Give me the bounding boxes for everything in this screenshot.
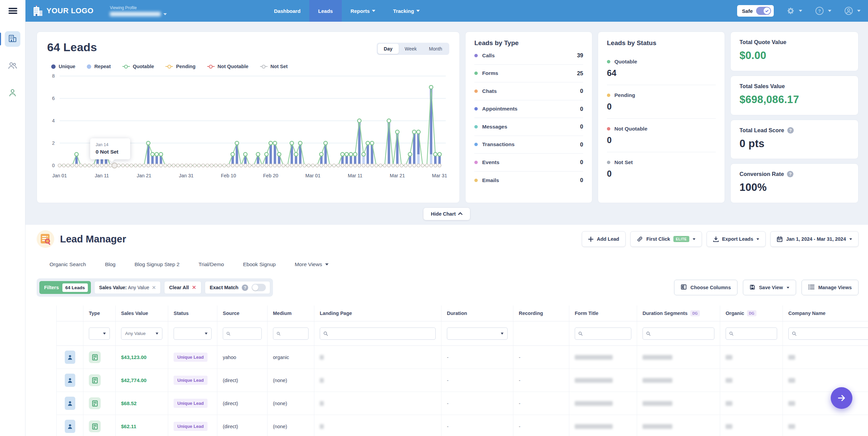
range-tab-week[interactable]: Week — [399, 44, 423, 54]
filter-search-medium[interactable] — [273, 328, 309, 340]
view-tab[interactable]: Organic Search — [50, 261, 86, 267]
legend-item[interactable]: Not Quotable — [207, 64, 249, 69]
hide-chart-button[interactable]: Hide Chart — [423, 208, 470, 220]
leads-by-type-row[interactable]: Events 0 — [474, 154, 583, 172]
column-header-type[interactable]: Type — [83, 305, 116, 321]
open-lead-button[interactable] — [65, 397, 75, 410]
leads-by-type-row[interactable]: Appointments 0 — [474, 100, 583, 118]
column-header-recording[interactable]: Recording — [513, 305, 569, 321]
help-icon[interactable]: ? — [787, 127, 794, 134]
filter-input-organic[interactable] — [736, 331, 773, 336]
manage-views-button[interactable]: Manage Views — [802, 280, 859, 295]
exact-match-help-icon[interactable]: ? — [242, 284, 248, 291]
choose-columns-button[interactable]: Choose Columns — [674, 280, 737, 295]
sidebar-item-user[interactable] — [5, 85, 20, 101]
clear-all-button[interactable]: Clear All ✕ — [164, 281, 201, 294]
logo[interactable]: YOUR LOGO — [33, 5, 94, 17]
nav-reports[interactable]: Reports — [342, 0, 384, 22]
range-tab-month[interactable]: Month — [423, 44, 448, 54]
hamburger-menu-button[interactable] — [0, 0, 25, 22]
column-header-status[interactable]: Status — [168, 305, 217, 321]
legend-item[interactable]: Quotable — [122, 64, 154, 69]
sidebar-item-building[interactable] — [5, 31, 20, 47]
save-view-button[interactable]: Save View — [743, 280, 796, 295]
filter-search-company_name[interactable] — [788, 328, 868, 340]
table-row[interactable]: $62.11Unique Lead(direct)(none)-- — [56, 415, 868, 436]
settings-menu[interactable] — [787, 7, 802, 15]
column-header-company_name[interactable]: Company Name — [783, 305, 868, 321]
leads-by-status-item[interactable]: Not Set 0 — [607, 152, 716, 185]
column-header-duration[interactable]: Duration — [441, 305, 513, 321]
first-click-button[interactable]: First Click ELITE — [630, 231, 702, 247]
filter-search-duration_segments[interactable] — [643, 328, 714, 340]
sidebar-item-users[interactable] — [5, 58, 20, 74]
filter-input-form_title[interactable] — [585, 331, 628, 336]
legend-item[interactable]: Pending — [165, 64, 195, 69]
column-header-sales_value[interactable]: Sales Value — [116, 305, 168, 321]
leads-by-status-item[interactable]: Pending 0 — [607, 85, 716, 119]
add-lead-button[interactable]: Add Lead — [582, 231, 626, 247]
column-header-organic[interactable]: OrganicDG — [720, 305, 783, 321]
legend-item[interactable]: Not Set — [260, 64, 288, 69]
next-page-fab[interactable] — [831, 387, 852, 409]
plus-icon — [588, 237, 593, 242]
filter-select-status[interactable] — [174, 328, 212, 340]
date-range-button[interactable]: Jan 1, 2024 - Mar 31, 2024 — [770, 231, 859, 247]
help-menu[interactable]: ? — [815, 6, 831, 15]
nav-leads[interactable]: Leads — [309, 0, 341, 22]
column-header-form_title[interactable]: Form Title — [569, 305, 637, 321]
column-header-select[interactable] — [56, 305, 83, 321]
remove-filter-icon[interactable]: ✕ — [152, 285, 156, 290]
view-tab[interactable]: More Views — [295, 261, 329, 267]
view-tab[interactable]: Trial/Demo — [198, 261, 224, 267]
view-tab[interactable]: Ebook Signup — [243, 261, 276, 267]
safe-toggle[interactable] — [756, 7, 771, 15]
leads-by-status-item[interactable]: Not Quotable 0 — [607, 119, 716, 152]
view-tab[interactable]: Blog — [105, 261, 116, 267]
exact-match-toggle[interactable] — [252, 284, 266, 291]
column-header-landing_page[interactable]: Landing Page — [314, 305, 441, 321]
column-header-source[interactable]: Source — [217, 305, 268, 321]
help-icon[interactable]: ? — [787, 171, 793, 177]
filter-search-organic[interactable] — [726, 328, 777, 340]
nav-tracking[interactable]: Tracking — [384, 0, 429, 22]
lead-manager-actions: Add Lead First Click ELITE Export Leads — [582, 231, 859, 247]
filter-input-duration_segments[interactable] — [653, 331, 711, 336]
leads-by-type-row[interactable]: Messages 0 — [474, 118, 583, 136]
leads-by-type-row[interactable]: Chats 0 — [474, 82, 583, 100]
open-lead-button[interactable] — [65, 351, 75, 364]
leads-by-type-row[interactable]: Transactions 0 — [474, 136, 583, 154]
filter-select-type[interactable] — [89, 328, 110, 340]
leads-by-type-row[interactable]: Forms 25 — [474, 65, 583, 83]
range-tab-day[interactable]: Day — [378, 44, 399, 54]
open-lead-button[interactable] — [65, 420, 75, 433]
filter-search-form_title[interactable] — [575, 328, 631, 340]
table-row[interactable]: $68.52Unique Lead(direct)(none)-- — [56, 392, 868, 415]
column-header-medium[interactable]: Medium — [268, 305, 314, 321]
leads-by-type-row[interactable]: Calls 39 — [474, 47, 583, 65]
open-lead-button[interactable] — [65, 374, 75, 387]
export-leads-button[interactable]: Export Leads — [707, 231, 766, 247]
legend-item[interactable]: Repeat — [87, 64, 111, 69]
filters-button[interactable]: Filters 64 Leads — [39, 281, 91, 294]
viewing-profile[interactable]: Viewing Profile — [110, 5, 167, 16]
filter-input-medium[interactable] — [283, 331, 305, 336]
filter-input-landing_page[interactable] — [331, 331, 432, 336]
account-menu[interactable] — [844, 6, 861, 15]
column-header-duration_segments[interactable]: Duration SegmentsDG — [637, 305, 720, 321]
filter-select-duration[interactable] — [447, 328, 508, 340]
view-tab[interactable]: Blog Signup Step 2 — [135, 261, 180, 267]
leads-by-status-item[interactable]: Quotable 64 — [607, 52, 716, 85]
filter-search-source[interactable] — [223, 328, 262, 340]
table-row[interactable]: $42,774.00Unique Lead(direct)(none)-- — [56, 369, 868, 392]
leads-by-type-row[interactable]: Emails 0 — [474, 172, 583, 190]
filter-search-landing_page[interactable] — [320, 328, 436, 340]
sales-value-filter-chip[interactable]: Sales Value: Any Value ✕ — [94, 281, 160, 294]
table-row[interactable]: $43,123.00Unique Leadyahooorganic-- — [56, 346, 868, 369]
nav-dashboard[interactable]: Dashboard — [265, 0, 309, 22]
legend-item[interactable]: Unique — [51, 64, 75, 69]
redacted-form_title — [575, 424, 613, 429]
filter-input-company_name[interactable] — [799, 331, 868, 336]
filter-input-source[interactable] — [233, 331, 258, 336]
filter-select-sales_value[interactable]: Any Value — [121, 328, 162, 340]
